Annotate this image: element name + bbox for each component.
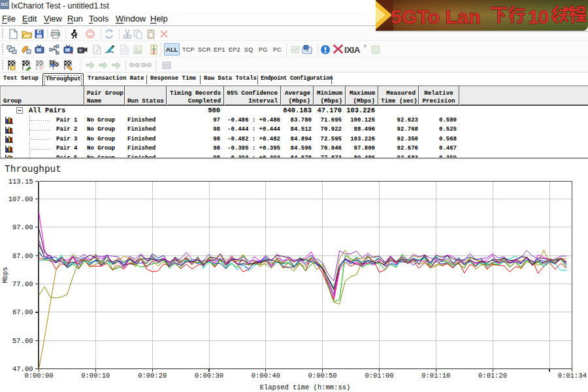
svg-text:113.15: 113.15 bbox=[8, 178, 33, 186]
svg-text:0:01:10: 0:01:10 bbox=[421, 372, 450, 380]
svg-text:Elapsed time (h:mm:ss): Elapsed time (h:mm:ss) bbox=[260, 384, 351, 391]
svg-text:0:00:10: 0:00:10 bbox=[81, 372, 110, 380]
svg-text:10: 10 bbox=[528, 6, 549, 27]
svg-text:97.00: 97.00 bbox=[12, 223, 33, 231]
svg-text:77.00: 77.00 bbox=[12, 280, 33, 288]
svg-text:0:00:50: 0:00:50 bbox=[308, 372, 337, 380]
svg-text:®: ® bbox=[364, 44, 367, 48]
svg-text:0:01:20: 0:01:20 bbox=[478, 372, 507, 380]
svg-text:0:01:34: 0:01:34 bbox=[558, 372, 587, 380]
svg-text:1: 1 bbox=[153, 45, 155, 50]
svg-text:IXIA: IXIA bbox=[344, 45, 361, 55]
svg-text:0:00:00: 0:00:00 bbox=[24, 372, 53, 380]
svg-text:0:00:40: 0:00:40 bbox=[252, 372, 280, 380]
svg-text:67.00: 67.00 bbox=[12, 308, 33, 316]
svg-text:2: 2 bbox=[153, 50, 155, 54]
svg-text:0:00:20: 0:00:20 bbox=[138, 372, 167, 380]
svg-text:5GTo Lan: 5GTo Lan bbox=[391, 6, 481, 27]
svg-text:107.00: 107.00 bbox=[8, 195, 33, 203]
svg-text:87.00: 87.00 bbox=[12, 252, 33, 260]
svg-text:0:01:00: 0:01:00 bbox=[365, 372, 393, 380]
svg-text:57.00: 57.00 bbox=[12, 337, 33, 345]
svg-text:0:00:30: 0:00:30 bbox=[195, 372, 223, 380]
svg-text:Mbps: Mbps bbox=[1, 267, 9, 283]
